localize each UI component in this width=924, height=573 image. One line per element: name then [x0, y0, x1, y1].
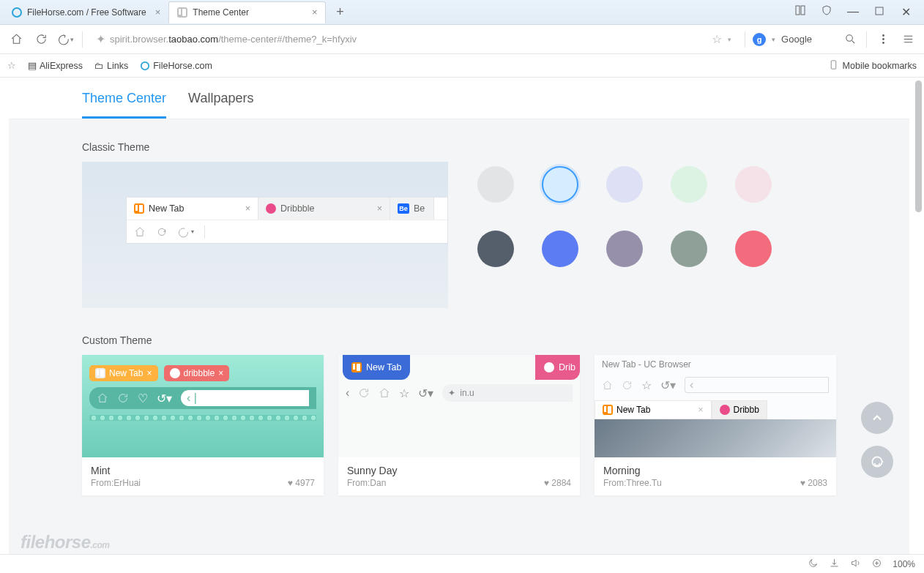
tab-title: Theme Center: [193, 7, 249, 18]
download-icon[interactable]: [829, 558, 840, 571]
reload-icon: [622, 380, 633, 391]
preview-window-title: New Tab - UC Browser: [595, 355, 836, 374]
home-icon: [97, 392, 108, 404]
tab-title: FileHorse.com / Free Software: [27, 7, 146, 18]
kebab-menu-button[interactable]: [874, 31, 892, 48]
moon-icon[interactable]: [808, 558, 819, 571]
reload-button[interactable]: [32, 31, 50, 48]
theme-likes: ♥ 2083: [800, 478, 827, 488]
history-icon: ↺▾: [157, 392, 172, 405]
history-icon: ▾: [178, 226, 194, 238]
back-button[interactable]: ▾: [57, 31, 75, 48]
mute-icon[interactable]: [850, 558, 861, 571]
preview-tab-dribbble: Dribbble ×: [258, 198, 390, 220]
support-button[interactable]: [861, 446, 893, 478]
preview-tab-new: New Tab ×: [127, 198, 258, 220]
page-body: Classic Theme New Tab ×: [9, 119, 909, 554]
close-icon[interactable]: ×: [155, 7, 161, 18]
minimize-button[interactable]: —: [845, 5, 861, 19]
svg-point-7: [882, 42, 884, 44]
url-stub: ✦in.u: [442, 384, 573, 402]
scrollbar[interactable]: [915, 80, 922, 551]
folder-icon: 🗀: [94, 61, 104, 71]
bookmark-star-icon[interactable]: ☆: [712, 32, 722, 46]
svg-rect-2: [801, 6, 805, 15]
divider: [866, 31, 867, 48]
color-swatch[interactable]: [606, 231, 643, 267]
reload-icon: [358, 387, 370, 399]
heart-icon: ♡: [138, 392, 148, 405]
color-swatch[interactable]: [606, 166, 643, 203]
color-swatch[interactable]: [735, 231, 772, 267]
zoom-level[interactable]: 100%: [893, 559, 915, 569]
color-swatch[interactable]: [671, 166, 707, 203]
new-tab-button[interactable]: +: [330, 2, 351, 23]
url-stub: ‹ |: [181, 390, 309, 406]
window-controls: — ✕: [792, 5, 921, 19]
history-icon: ↺▾: [418, 386, 433, 400]
bookmark-star-icon[interactable]: ☆: [7, 60, 16, 71]
search-button[interactable]: [841, 31, 859, 48]
color-swatch[interactable]: [671, 231, 707, 267]
classic-theme-preview[interactable]: New Tab × Dribbble × Be Be: [82, 162, 448, 308]
reload-icon: [156, 226, 168, 238]
status-bar: 100%: [0, 554, 924, 573]
tab-wallpapers[interactable]: Wallpapers: [188, 91, 253, 119]
filehorse-icon: [140, 61, 150, 71]
mobile-bookmarks-link[interactable]: Mobile bookmarks: [843, 61, 917, 71]
chevron-down-icon[interactable]: ▾: [772, 36, 775, 43]
page-icon: ▤: [28, 60, 37, 71]
search-engine-picker[interactable]: g ▾ Google: [753, 33, 812, 46]
browser-tab-filehorse[interactable]: FileHorse.com / Free Software ×: [3, 1, 168, 23]
home-icon: [602, 380, 613, 391]
theme-author: From:Three.Tu: [603, 478, 662, 488]
svg-rect-1: [796, 6, 800, 15]
close-icon[interactable]: ×: [312, 7, 318, 18]
zoom-icon[interactable]: [871, 558, 882, 571]
svg-point-10: [158, 228, 165, 235]
preview-tab: New Tab×: [595, 400, 712, 419]
scroll-top-button[interactable]: [861, 402, 893, 434]
tab-theme-center[interactable]: Theme Center: [82, 91, 166, 119]
color-swatches: [477, 166, 779, 274]
watermark: filehorse.com: [21, 532, 110, 553]
theme-name: Mint: [91, 465, 315, 476]
shield-icon[interactable]: [819, 5, 835, 19]
page-tabs: Theme Center Wallpapers: [9, 78, 909, 119]
svg-rect-3: [876, 7, 883, 15]
theme-card-sunny[interactable]: New Tab Drib ‹ ☆ ↺▾ ✦in.u: [338, 355, 580, 495]
theme-card-mint[interactable]: New Tab× dribbble× ♡ ↺▾ ‹ |: [82, 355, 324, 495]
color-swatch[interactable]: [477, 166, 514, 203]
svg-point-0: [12, 8, 21, 17]
theme-card-morning[interactable]: New Tab - UC Browser ☆ ↺▾ ‹ New Tab× Dri…: [595, 355, 836, 495]
divider: [82, 31, 83, 48]
mobile-icon: [829, 60, 838, 72]
url-text: spirit.browser.taobao.com/theme-center#/…: [110, 34, 357, 45]
back-icon: ‹: [346, 386, 349, 400]
site-icon: ✦: [96, 32, 105, 46]
maximize-button[interactable]: [871, 5, 887, 19]
home-button[interactable]: [7, 31, 25, 48]
tile-icon[interactable]: [792, 5, 808, 19]
theme-center-icon: [176, 7, 188, 18]
history-icon: ↺▾: [660, 378, 676, 392]
browser-tab-theme-center[interactable]: Theme Center ×: [168, 1, 325, 23]
preview-tab: dribbble×: [164, 365, 230, 381]
bookmark-item-links[interactable]: 🗀Links: [94, 61, 128, 71]
svg-rect-9: [831, 60, 836, 68]
filehorse-icon: [11, 7, 23, 18]
address-bar[interactable]: ✦ spirit.browser.taobao.com/theme-center…: [90, 29, 737, 50]
theme-author: From:ErHuai: [91, 478, 141, 488]
color-swatch[interactable]: [542, 231, 578, 267]
hamburger-menu-button[interactable]: [899, 31, 917, 48]
color-swatch[interactable]: [477, 231, 514, 267]
bookmark-item-aliexpress[interactable]: ▤AliExpress: [28, 60, 83, 71]
preview-tab-behance: Be Be: [390, 198, 434, 220]
close-button[interactable]: ✕: [898, 5, 914, 19]
color-swatch[interactable]: [542, 166, 578, 203]
scrollbar-thumb[interactable]: [915, 80, 922, 212]
bookmark-item-filehorse[interactable]: FileHorse.com: [140, 61, 212, 71]
dropdown-icon[interactable]: ▾: [728, 36, 731, 43]
color-swatch[interactable]: [735, 166, 772, 203]
svg-point-5: [882, 35, 884, 37]
